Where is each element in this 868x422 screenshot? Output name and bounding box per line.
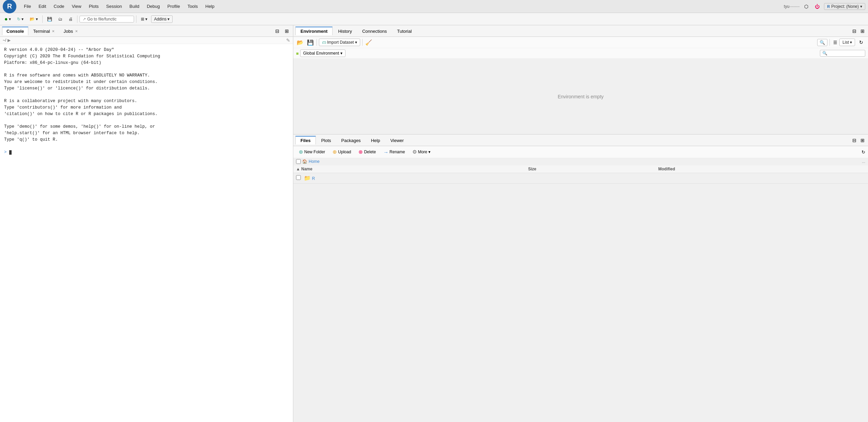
console-output[interactable]: R version 4.0.0 (2020-04-24) -- "Arbor D… — [0, 44, 293, 422]
files-tab-bar: Files Plots Packages Help Viewer ⊟ ⊞ — [293, 135, 868, 146]
r-logo: R — [3, 0, 16, 13]
print-icon: 🖨 — [69, 17, 73, 22]
tab-console[interactable]: Console — [2, 27, 28, 35]
forward-icon[interactable]: ▶ — [8, 38, 11, 43]
tab-connections[interactable]: Connections — [357, 27, 392, 35]
print-btn[interactable]: 🖨 — [66, 16, 75, 23]
more-btn[interactable]: ⚙ More ▾ — [410, 147, 433, 156]
env-save-btn[interactable]: 💾 — [306, 38, 314, 46]
files-pane: Files Plots Packages Help Viewer ⊟ ⊞ — [293, 135, 868, 422]
files-refresh-btn[interactable]: ↻ — [862, 150, 865, 155]
save-dropdown-icon: ▾ — [36, 17, 38, 22]
delete-btn[interactable]: ⊗ Delete — [356, 147, 379, 156]
menu-debug[interactable]: Debug — [143, 2, 163, 10]
menu-build[interactable]: Build — [126, 2, 143, 10]
menu-file[interactable]: File — [20, 2, 34, 10]
global-env-dropdown-icon: ▾ — [340, 51, 342, 56]
project-indicator[interactable]: R Project: (None) ▾ — [824, 3, 865, 10]
grid-btn[interactable]: ⊞ ▾ — [138, 16, 150, 23]
list-dropdown-icon: ▾ — [850, 40, 852, 45]
new-folder-label: New Folder — [304, 150, 325, 154]
console-path: ~/ — [3, 38, 6, 43]
broom-icon[interactable]: 🧹 — [365, 38, 373, 46]
close-terminal-btn[interactable]: ✕ — [52, 29, 55, 33]
console-area: ~/ ▶ ✎ R version 4.0.0 (2020-04-24) -- "… — [0, 37, 293, 422]
new-file-btn[interactable]: ● ▾ — [2, 15, 13, 23]
console-line: Type 'license()' or 'licence()' for dist… — [4, 85, 289, 92]
right-panel: Environment History Connections Tutorial… — [293, 25, 868, 422]
env-sep2 — [362, 39, 363, 46]
rename-btn[interactable]: → Rename — [381, 148, 408, 156]
console-line — [4, 66, 289, 72]
env-search-input-area[interactable]: 🔍 — [820, 50, 865, 57]
open-file-btn[interactable]: ↻ ▾ — [15, 16, 26, 23]
files-ellipsis[interactable]: ... — [862, 159, 865, 164]
menu-plots[interactable]: Plots — [85, 2, 102, 10]
console-line: R version 4.0.0 (2020-04-24) -- "Arbor D… — [4, 47, 289, 53]
tab-jobs[interactable]: Jobs ✕ — [59, 27, 82, 35]
import-dataset-btn[interactable]: 🗃 Import Dataset ▾ — [319, 39, 360, 46]
save-btn[interactable]: 📂 ▾ — [27, 16, 40, 23]
tab-plots[interactable]: Plots — [317, 136, 336, 144]
tab-terminal[interactable]: Terminal ✕ — [29, 27, 59, 35]
open-external-icon[interactable]: ⬡ — [802, 2, 810, 11]
console-line: Type 'demo()' for some demos, 'help()' f… — [4, 124, 289, 130]
menu-session[interactable]: Session — [103, 2, 125, 10]
left-panel: Console Terminal ✕ Jobs ✕ ⊟ ⊞ ~/ ▶ ✎ R v… — [0, 25, 293, 422]
menu-tools[interactable]: Tools — [184, 2, 201, 10]
maximize-files-btn[interactable]: ⊞ — [859, 137, 866, 144]
close-jobs-btn[interactable]: ✕ — [75, 29, 78, 33]
clear-console-icon[interactable]: ✎ — [286, 38, 290, 43]
toolbar: ● ▾ ↻ ▾ 📂 ▾ 💾 🗂 🖨 ↗ Go to file/functic ⊞… — [0, 13, 868, 25]
left-tab-bar: Console Terminal ✕ Jobs ✕ ⊟ ⊞ — [0, 25, 293, 37]
grid-icon: ⊞ — [141, 17, 144, 22]
env-sep3 — [829, 39, 830, 46]
tab-packages[interactable]: Packages — [337, 136, 366, 144]
list-btn[interactable]: List ▾ — [839, 39, 855, 46]
maximize-console-btn[interactable]: ⊞ — [283, 27, 291, 35]
file-name[interactable]: R — [312, 176, 315, 181]
env-search-input[interactable] — [829, 51, 863, 56]
tab-help[interactable]: Help — [366, 136, 385, 144]
console-line: Platform: x86_64-pc-linux-gnu (64-bit) — [4, 60, 289, 66]
refresh-icon: ↻ — [17, 17, 20, 22]
menu-edit[interactable]: Edit — [35, 2, 49, 10]
console-prompt-line: > — [4, 149, 289, 156]
home-link[interactable]: 🏠 Home — [302, 159, 320, 164]
horizontal-scrollbar[interactable] — [293, 183, 868, 187]
more-label: More — [418, 150, 427, 154]
go-to-placeholder-text: Go to file/functic — [87, 17, 117, 22]
minimize-console-btn[interactable]: ⊟ — [273, 27, 281, 35]
tab-files[interactable]: Files — [295, 136, 316, 144]
new-file-dropdown-icon: ▾ — [9, 17, 11, 22]
minimize-files-btn[interactable]: ⊟ — [851, 137, 858, 144]
global-env-btn[interactable]: Global Environment ▾ — [300, 50, 345, 57]
addins-btn[interactable]: Addins ▾ — [151, 15, 173, 23]
maximize-env-btn[interactable]: ⊞ — [859, 28, 866, 34]
minimize-env-btn[interactable]: ⊟ — [851, 28, 858, 34]
console-line — [4, 92, 289, 98]
upload-btn[interactable]: ⊕ Upload — [330, 147, 354, 156]
menu-help[interactable]: Help — [202, 2, 218, 10]
tab-tutorial[interactable]: Tutorial — [392, 27, 416, 35]
env-refresh-btn[interactable]: ↻ — [857, 38, 865, 46]
save-all-btn[interactable]: 🗂 — [56, 16, 65, 23]
tab-environment[interactable]: Environment — [295, 27, 333, 35]
menu-profile[interactable]: Profile — [164, 2, 183, 10]
power-icon[interactable]: ⏻ — [813, 2, 821, 11]
table-row[interactable]: 📁 R — [293, 173, 868, 183]
env-tab-bar: Environment History Connections Tutorial… — [293, 25, 868, 37]
gear-icon: ⚙ — [412, 149, 417, 155]
menu-view[interactable]: View — [68, 2, 85, 10]
save-current-btn[interactable]: 💾 — [45, 16, 55, 23]
env-open-btn[interactable]: 📂 — [296, 38, 304, 46]
tab-viewer[interactable]: Viewer — [385, 136, 409, 144]
files-toolbar: ⊕ New Folder ⊕ Upload ⊗ Delete → Rename … — [293, 146, 868, 158]
menu-code[interactable]: Code — [50, 2, 68, 10]
new-folder-btn[interactable]: ⊕ New Folder — [296, 147, 328, 156]
go-to-file-input[interactable]: ↗ Go to file/functic — [79, 16, 134, 23]
tab-history[interactable]: History — [333, 27, 356, 35]
row-checkbox[interactable] — [296, 175, 301, 180]
import-dropdown-icon: ▾ — [355, 40, 357, 45]
select-all-checkbox[interactable] — [296, 159, 301, 164]
